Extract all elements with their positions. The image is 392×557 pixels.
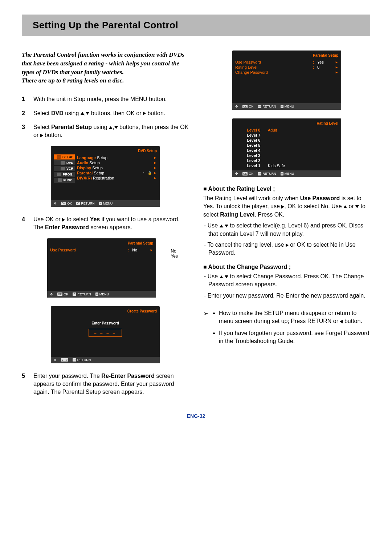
- note-arrow-icon: ➣: [203, 309, 209, 349]
- bold: DVD: [51, 110, 64, 116]
- osd-tab-vcr: VCR: [54, 166, 75, 171]
- page-title: Setting Up the Parental Control: [22, 15, 370, 36]
- osd-parental-no-wrap: Parental Setup Use Password : No ► ✥: [47, 238, 163, 298]
- osd-menu-row: DIVX(R) Registration►: [77, 175, 157, 181]
- callout-yes: Yes: [171, 254, 178, 259]
- t: screen appears.: [89, 224, 132, 230]
- n: 6: [258, 138, 260, 142]
- right-column: Parental Setup Use Password : Yes ► Rati…: [203, 51, 370, 402]
- rest: Setup: [93, 171, 104, 175]
- changepw-dash-2: - Enter your new password. Re-Enter the …: [203, 292, 370, 300]
- osd-tab-prog: PROG.: [54, 172, 75, 177]
- intro-line-1: The Parental Control function works in c…: [22, 51, 184, 76]
- rating-row: Level 1Kids Safe: [247, 163, 338, 168]
- t: - Use: [204, 222, 220, 229]
- osd-footer-return: ↶RETURN: [258, 172, 276, 175]
- t: OK: [249, 172, 253, 175]
- osd-title: Parental Setup: [313, 53, 338, 57]
- osd-footer-menu: ≡MENU: [281, 172, 294, 175]
- password-mask: – – – –: [89, 329, 122, 337]
- osd-title: Create Password: [127, 309, 157, 313]
- osd-create-password: Create Password Enter Password – – – – ✥…: [51, 306, 160, 363]
- osd-footer-menu: ≡MENU: [95, 292, 109, 296]
- down-triangle-icon: [225, 275, 228, 278]
- rating-row: Level 4: [247, 148, 338, 153]
- osd-footer-nav: ✥: [54, 202, 57, 205]
- rating-row: Level 3: [247, 153, 338, 158]
- t: RETURN: [77, 358, 91, 362]
- n: 7: [258, 133, 260, 137]
- suffix: Kids Safe: [268, 164, 285, 168]
- osd-label: Use Password: [235, 60, 270, 64]
- t: button.: [43, 132, 62, 138]
- rest: Setup: [88, 161, 100, 165]
- osd-menu-row: Parental Setup:🔒►: [77, 170, 157, 175]
- colon: :: [141, 171, 146, 175]
- step-3: 3 Select Parental Setup using , buttons,…: [22, 123, 189, 140]
- chevron-right-icon: ►: [153, 176, 157, 180]
- note-list: How to make the SETUP menu disappear or …: [212, 309, 370, 349]
- step-number: 4: [22, 215, 27, 232]
- t: Select: [33, 124, 51, 130]
- osd-label: Use Password: [50, 248, 85, 252]
- callout-options: No Yes: [171, 249, 178, 259]
- steps-list-cont2: 5 Enter your password. The Re-Enter Pass…: [22, 372, 189, 396]
- osd-footer-nav: ✥: [50, 292, 53, 296]
- chevron-right-icon: ►: [153, 156, 157, 160]
- section-head-change-pw: About the Change Password ;: [203, 264, 370, 270]
- rating-row: Level 8Adult: [247, 128, 338, 133]
- bold: Yes: [90, 216, 100, 222]
- t: - To cancel the rating level, use: [204, 242, 286, 248]
- osd-title: DVD Setup: [138, 149, 157, 153]
- t: to select: [65, 216, 90, 222]
- n: 1: [258, 164, 260, 168]
- osd-footer-nav: ✥: [235, 105, 238, 108]
- t: How to make the SETUP menu disappear or …: [219, 310, 356, 324]
- t: . Press OK.: [254, 211, 284, 218]
- up-triangle-icon: [220, 275, 223, 278]
- up-triangle-icon: [109, 126, 113, 129]
- osd-header: Parental Setup: [47, 241, 156, 247]
- chevron-right-icon: ►: [334, 65, 338, 69]
- t: The Rating Level will work only when: [203, 195, 300, 201]
- t: or: [347, 203, 355, 209]
- clock-icon: [57, 173, 61, 176]
- t: - Use: [204, 273, 220, 279]
- enter-password-label: Enter Password: [51, 321, 160, 325]
- right-triangle-icon: [143, 112, 146, 115]
- rest: Setup: [96, 156, 107, 160]
- chevron-right-icon: ►: [334, 60, 338, 64]
- osd-header: Rating Level: [232, 121, 341, 127]
- rating-row: Level 6: [247, 138, 338, 143]
- t: to select Change Password. Press OK. The…: [208, 273, 364, 287]
- t: Use OK or: [33, 216, 62, 222]
- note-item-1: How to make the SETUP menu disappear or …: [219, 309, 370, 326]
- t: to select the level(e.g. Level 6) and pr…: [208, 222, 363, 237]
- osd-title: Parental Setup: [128, 241, 153, 245]
- colon: :: [313, 60, 315, 64]
- tab-label: DVD: [66, 161, 73, 165]
- osd-value: No: [132, 248, 147, 252]
- n: 4: [258, 148, 260, 153]
- osd-parental-no: Parental Setup Use Password : No ► ✥: [47, 238, 156, 298]
- rating-dash-2: - To cancel the rating level, use or OK …: [203, 241, 370, 257]
- osd-menu: Language Setup► Audio Setup► Display Set…: [77, 154, 157, 198]
- up-triangle-icon: [220, 225, 223, 227]
- colon: :: [128, 248, 130, 252]
- right-triangle-icon: [40, 134, 43, 137]
- rating-row: Level 2: [247, 158, 338, 163]
- rest: Registration: [92, 176, 114, 180]
- note-item-2: If you have forgotten your password, see…: [219, 329, 370, 346]
- note-block: ➣ How to make the SETUP menu disappear o…: [203, 309, 370, 349]
- osd-tab-setup: SETUP: [54, 154, 75, 160]
- tab-label: VCR: [66, 167, 73, 170]
- hl: Parental: [77, 171, 93, 175]
- t: button.: [343, 318, 362, 324]
- osd-footer-ok: OKOK: [242, 172, 253, 175]
- osd-footer: ✥ 0 ~ 9 ↶RETURN: [51, 357, 160, 363]
- t: RETURN: [262, 172, 276, 175]
- steps-list-cont: 4 Use OK or to select Yes if you want to…: [22, 215, 189, 232]
- osd-body: Level 8Adult Level 7 Level 6 Level 5 Lev…: [232, 127, 341, 170]
- t: MENU: [103, 202, 113, 205]
- hl: Language: [77, 156, 96, 160]
